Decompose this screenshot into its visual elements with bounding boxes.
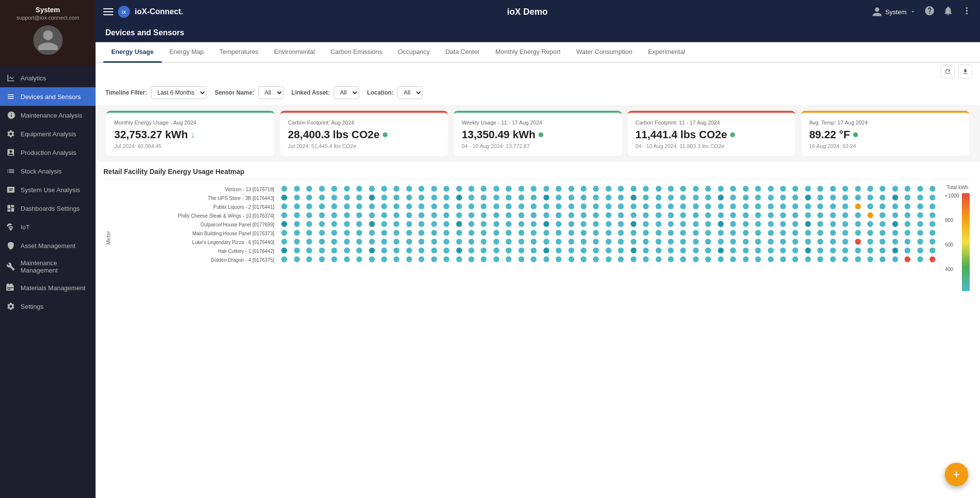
heatmap-cell[interactable] <box>877 194 889 202</box>
heatmap-cell[interactable] <box>889 194 901 202</box>
heatmap-cell[interactable] <box>739 229 752 238</box>
heatmap-dot[interactable] <box>543 186 549 192</box>
heatmap-cell[interactable] <box>702 194 714 202</box>
heatmap-dot[interactable] <box>369 212 375 218</box>
heatmap-dot[interactable] <box>693 239 699 245</box>
heatmap-cell[interactable] <box>366 185 378 194</box>
heatmap-dot[interactable] <box>755 203 761 209</box>
heatmap-cell[interactable] <box>639 238 652 247</box>
heatmap-cell[interactable] <box>565 194 577 202</box>
heatmap-dot[interactable] <box>805 248 811 253</box>
heatmap-dot[interactable] <box>905 212 910 218</box>
heatmap-cell[interactable] <box>515 194 527 202</box>
heatmap-cell[interactable] <box>789 185 802 194</box>
heatmap-cell[interactable] <box>490 220 502 229</box>
heatmap-dot[interactable] <box>680 248 686 253</box>
heatmap-dot[interactable] <box>443 230 449 236</box>
heatmap-cell[interactable] <box>789 220 802 229</box>
heatmap-dot[interactable] <box>356 203 362 209</box>
heatmap-cell[interactable] <box>503 202 515 211</box>
heatmap-cell[interactable] <box>577 220 589 229</box>
heatmap-dot[interactable] <box>493 195 499 200</box>
heatmap-cell[interactable] <box>366 255 378 264</box>
heatmap-dot[interactable] <box>468 203 474 209</box>
heatmap-dot[interactable] <box>381 239 387 245</box>
heatmap-cell[interactable] <box>639 202 652 211</box>
heatmap-dot[interactable] <box>543 203 549 209</box>
heatmap-cell[interactable] <box>764 220 777 229</box>
heatmap-cell-extra[interactable] <box>927 220 939 229</box>
heatmap-dot[interactable] <box>780 203 786 209</box>
heatmap-dot[interactable] <box>431 230 437 236</box>
heatmap-cell[interactable] <box>814 202 827 211</box>
heatmap-cell[interactable] <box>814 220 827 229</box>
heatmap-dot[interactable] <box>493 248 499 253</box>
heatmap-dot[interactable] <box>369 256 375 262</box>
heatmap-dot[interactable] <box>581 239 587 245</box>
heatmap-dot[interactable] <box>331 248 337 253</box>
heatmap-dot[interactable] <box>867 239 873 245</box>
heatmap-dot[interactable] <box>892 239 898 245</box>
heatmap-dot[interactable] <box>768 221 774 227</box>
heatmap-dot[interactable] <box>443 248 449 253</box>
heatmap-dot[interactable] <box>830 186 836 192</box>
heatmap-cell[interactable] <box>503 211 515 220</box>
heatmap-cell[interactable] <box>777 194 789 202</box>
heatmap-dot[interactable] <box>306 239 312 245</box>
heatmap-dot[interactable] <box>631 248 637 253</box>
heatmap-dot[interactable] <box>593 212 599 218</box>
heatmap-dot[interactable] <box>792 239 798 245</box>
heatmap-cell[interactable] <box>478 238 490 247</box>
heatmap-cell[interactable] <box>777 247 789 255</box>
heatmap-cell[interactable] <box>428 247 440 255</box>
heatmap-dot[interactable] <box>593 203 599 209</box>
heatmap-cell[interactable] <box>528 229 540 238</box>
heatmap-cell[interactable] <box>752 220 764 229</box>
heatmap-dot[interactable] <box>518 230 524 236</box>
heatmap-dot[interactable] <box>581 203 587 209</box>
heatmap-dot[interactable] <box>531 186 537 192</box>
heatmap-cell[interactable] <box>378 247 390 255</box>
heatmap-dot[interactable] <box>880 230 885 236</box>
heatmap-dot[interactable] <box>817 212 823 218</box>
heatmap-cell[interactable] <box>403 202 415 211</box>
heatmap-dot[interactable] <box>668 239 674 245</box>
heatmap-cell[interactable] <box>316 220 328 229</box>
heatmap-dot[interactable] <box>369 230 375 236</box>
heatmap-cell[interactable] <box>914 220 926 229</box>
heatmap-dot[interactable] <box>718 195 724 200</box>
heatmap-cell[interactable] <box>378 255 390 264</box>
heatmap-cell[interactable] <box>540 185 552 194</box>
heatmap-cell[interactable] <box>490 229 502 238</box>
heatmap-dot[interactable] <box>294 221 300 227</box>
heatmap-cell[interactable] <box>889 211 901 220</box>
heatmap-dot[interactable] <box>631 186 637 192</box>
heatmap-cell[interactable] <box>590 185 602 194</box>
heatmap-cell[interactable] <box>664 202 677 211</box>
heatmap-dot[interactable] <box>755 256 761 262</box>
heatmap-dot[interactable] <box>768 248 774 253</box>
heatmap-dot[interactable] <box>393 195 399 200</box>
sidebar-item-asset-management[interactable]: Asset Management <box>0 236 96 255</box>
heatmap-cell[interactable] <box>565 255 577 264</box>
heatmap-dot[interactable] <box>568 186 574 192</box>
heatmap-dot[interactable] <box>556 221 562 227</box>
heatmap-dot[interactable] <box>306 212 312 218</box>
heatmap-dot[interactable] <box>880 239 885 245</box>
heatmap-cell[interactable] <box>814 229 827 238</box>
heatmap-cell[interactable] <box>590 229 602 238</box>
heatmap-cell[interactable] <box>515 211 527 220</box>
heatmap-dot[interactable] <box>319 195 325 200</box>
heatmap-cell[interactable] <box>652 229 664 238</box>
heatmap-cell[interactable] <box>391 229 403 238</box>
heatmap-cell[interactable] <box>278 220 291 229</box>
heatmap-dot[interactable] <box>294 195 300 200</box>
heatmap-dot[interactable] <box>830 212 836 218</box>
heatmap-cell[interactable] <box>428 194 440 202</box>
heatmap-dot[interactable] <box>506 230 512 236</box>
heatmap-dot[interactable] <box>281 239 287 245</box>
heatmap-dot[interactable] <box>393 186 399 192</box>
tab-monthly-energy-report[interactable]: Monthly Energy Report <box>488 42 568 63</box>
heatmap-dot[interactable] <box>493 256 499 262</box>
heatmap-cell[interactable] <box>316 255 328 264</box>
